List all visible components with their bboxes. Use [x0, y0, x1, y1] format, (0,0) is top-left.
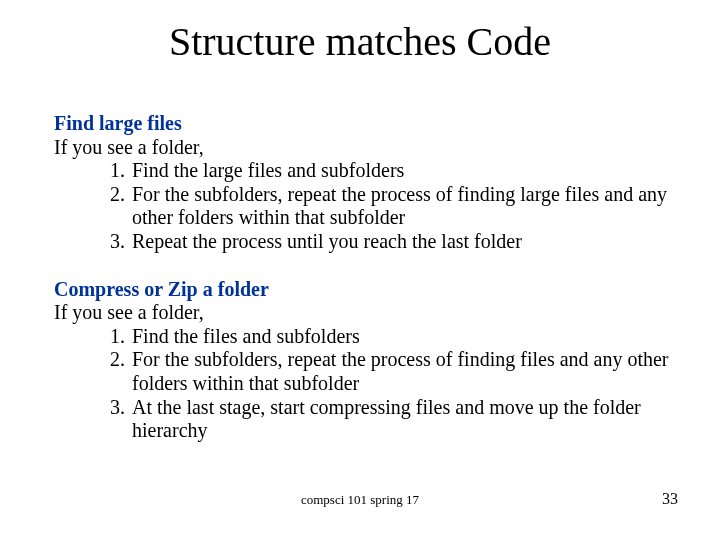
list-text: Find the large files and subfolders	[132, 159, 670, 183]
list-item: 1. Find the large files and subfolders	[110, 159, 670, 183]
list-text: Repeat the process until you reach the l…	[132, 230, 670, 254]
footer-center: compsci 101 spring 17	[0, 492, 720, 508]
list-number: 2.	[110, 183, 132, 207]
list-number: 2.	[110, 348, 132, 372]
list-number: 1.	[110, 159, 132, 183]
slide-title: Structure matches Code	[0, 18, 720, 65]
section2-lead: If you see a folder,	[54, 301, 670, 325]
section1-lead: If you see a folder,	[54, 136, 670, 160]
list-text: At the last stage, start compressing fil…	[132, 396, 670, 443]
list-number: 1.	[110, 325, 132, 349]
section1-list: 1. Find the large files and subfolders 2…	[54, 159, 670, 253]
page-number: 33	[662, 490, 678, 508]
slide-body: Find large files If you see a folder, 1.…	[54, 112, 670, 443]
list-item: 2. For the subfolders, repeat the proces…	[110, 183, 670, 230]
section-gap	[54, 254, 670, 278]
section1-heading: Find large files	[54, 112, 670, 136]
list-item: 3. Repeat the process until you reach th…	[110, 230, 670, 254]
list-number: 3.	[110, 230, 132, 254]
section2-list: 1. Find the files and subfolders 2. For …	[54, 325, 670, 443]
list-text: Find the files and subfolders	[132, 325, 670, 349]
list-item: 2. For the subfolders, repeat the proces…	[110, 348, 670, 395]
list-number: 3.	[110, 396, 132, 420]
slide: Structure matches Code Find large files …	[0, 0, 720, 540]
list-item: 3. At the last stage, start compressing …	[110, 396, 670, 443]
list-text: For the subfolders, repeat the process o…	[132, 348, 670, 395]
section2-heading: Compress or Zip a folder	[54, 278, 670, 302]
list-text: For the subfolders, repeat the process o…	[132, 183, 670, 230]
list-item: 1. Find the files and subfolders	[110, 325, 670, 349]
